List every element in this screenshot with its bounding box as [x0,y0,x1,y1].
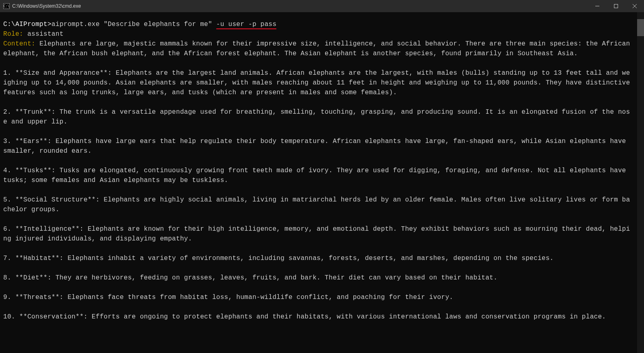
content-line: Content: Elephants are large, majestic m… [3,39,634,58]
blank [3,127,634,136]
role-line: Role: assistant [3,29,634,39]
content-intro: Elephants are large, majestic mammals kn… [3,40,634,57]
blank [3,214,634,224]
point-6: 6. **Intelligence**: Elephants are known… [3,224,634,244]
point-9: 9. **Threats**: Elephants face threats f… [3,292,634,302]
point-1: 1. **Size and Appearance**: Elephants ar… [3,68,634,97]
blank [3,244,634,253]
point-5: 5. **Social Structure**: Elephants are h… [3,195,634,214]
minimize-button[interactable] [588,0,607,12]
point-4: 4. **Tusks**: Tusks are elongated, conti… [3,166,634,185]
command-arg: "Describe elephants for me" [104,21,216,28]
blank [3,97,634,107]
titlebar-left: C:\ C:\Windows\System32\cmd.exe [3,3,81,9]
window-titlebar: C:\ C:\Windows\System32\cmd.exe [0,0,644,12]
scrollbar-thumb[interactable] [637,19,644,36]
prompt-path: C:\AIPrompt> [3,21,52,28]
console-area: C:\AIPrompt>aiprompt.exe "Describe eleph… [0,12,644,353]
command-flags: -u user -p pass [216,21,277,29]
blank [3,156,634,166]
point-7: 7. **Habitat**: Elephants inhabit a vari… [3,253,634,263]
maximize-button[interactable] [607,0,625,12]
titlebar-title: C:\Windows\System32\cmd.exe [12,3,81,9]
role-value: assistant [27,30,63,38]
prompt-line: C:\AIPrompt>aiprompt.exe "Describe eleph… [3,19,634,29]
blank [3,283,634,292]
point-8: 8. **Diet**: They are herbivores, feedin… [3,273,634,283]
titlebar-controls [588,0,644,12]
minimize-icon [595,4,599,8]
svg-rect-1 [614,4,618,8]
blank [3,263,634,273]
cmd-icon: C:\ [3,3,10,9]
point-10: 10. **Conservation**: Efforts are ongoin… [3,312,634,322]
command-exe: aiprompt.exe [52,21,104,28]
close-button[interactable] [625,0,644,12]
blank [3,58,634,68]
content-label: Content: [3,40,39,48]
point-2: 2. **Trunk**: The trunk is a versatile a… [3,107,634,127]
point-3: 3. **Ears**: Elephants have large ears t… [3,136,634,156]
vertical-scrollbar[interactable] [637,12,644,353]
close-icon [633,4,637,8]
blank [3,302,634,312]
console-output[interactable]: C:\AIPrompt>aiprompt.exe "Describe eleph… [0,12,637,353]
blank [3,185,634,195]
role-label: Role: [3,30,27,38]
maximize-icon [614,4,618,8]
